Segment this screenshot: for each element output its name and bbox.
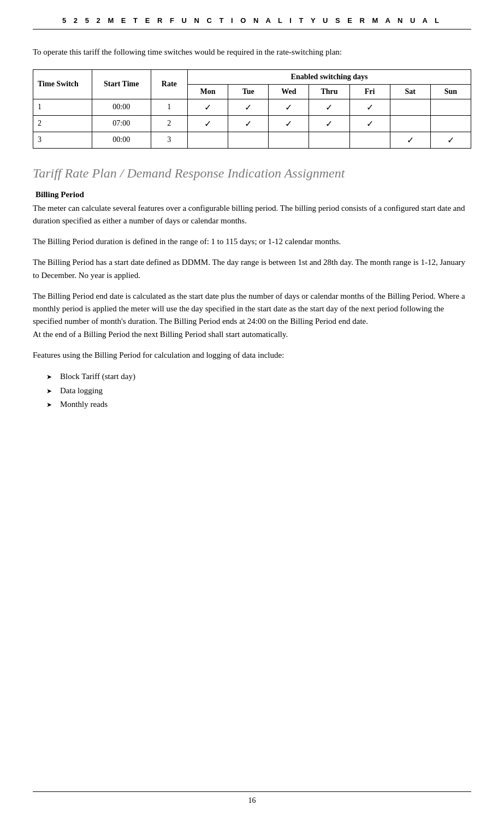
cell-day-2-0 (188, 132, 228, 148)
table-row: 207:002✓✓✓✓✓ (33, 115, 471, 132)
header-title: 5 2 5 2 M E T E R F U N C T I O N A L I … (62, 16, 442, 25)
cell-start-2: 00:00 (92, 132, 151, 148)
checkmark-icon: ✓ (285, 119, 292, 128)
checkmark-icon: ✓ (204, 119, 211, 128)
paragraphs-container: The meter can calculate several features… (33, 202, 471, 362)
cell-day-0-0: ✓ (188, 99, 228, 115)
bullet-item-2: Monthly reads (49, 398, 471, 412)
checkmark-icon: ✓ (285, 103, 292, 112)
cell-day-2-5: ✓ (390, 132, 430, 148)
cell-start-1: 07:00 (92, 115, 151, 132)
cell-day-0-6 (430, 99, 471, 115)
cell-day-2-4 (349, 132, 390, 148)
col-header-tue: Tue (228, 84, 269, 99)
page-footer: 16 (33, 791, 471, 805)
cell-day-2-2 (269, 132, 309, 148)
bullet-item-0: Block Tariff (start day) (49, 370, 471, 384)
cell-day-1-2: ✓ (269, 115, 309, 132)
page-container: 5 2 5 2 M E T E R F U N C T I O N A L I … (0, 0, 504, 816)
paragraph-2: The Billing Period has a start date defi… (33, 256, 471, 282)
cell-day-2-6: ✓ (430, 132, 471, 148)
paragraph-3: The Billing Period end date is calculate… (33, 290, 471, 341)
cell-day-2-3 (309, 132, 349, 148)
col-header-mon: Mon (188, 84, 228, 99)
time-switch-table: Time Switch Start Time Rate Enabled swit… (33, 69, 471, 149)
col-header-fri: Fri (349, 84, 390, 99)
checkmark-icon: ✓ (245, 119, 252, 128)
bullet-list: Block Tariff (start day)Data loggingMont… (49, 370, 471, 412)
cell-day-2-1 (228, 132, 269, 148)
cell-day-1-5 (390, 115, 430, 132)
col-header-sun: Sun (430, 84, 471, 99)
subsection-title: Billing Period (35, 190, 471, 199)
cell-day-1-3: ✓ (309, 115, 349, 132)
cell-day-1-1: ✓ (228, 115, 269, 132)
page-header: 5 2 5 2 M E T E R F U N C T I O N A L I … (33, 16, 471, 29)
checkmark-icon: ✓ (407, 135, 414, 145)
cell-day-1-6 (430, 115, 471, 132)
checkmark-icon: ✓ (245, 103, 252, 112)
cell-rate-1: 2 (151, 115, 187, 132)
cell-switch-1: 2 (33, 115, 92, 132)
cell-switch-2: 3 (33, 132, 92, 148)
checkmark-icon: ✓ (325, 119, 333, 128)
paragraph-0: The meter can calculate several features… (33, 202, 471, 228)
cell-day-0-1: ✓ (228, 99, 269, 115)
checkmark-icon: ✓ (447, 135, 454, 145)
cell-day-1-4: ✓ (349, 115, 390, 132)
col-header-thru: Thru (309, 84, 349, 99)
cell-switch-0: 1 (33, 99, 92, 115)
col-header-rate: Rate (151, 69, 187, 99)
section-title: Tariff Rate Plan / Demand Response Indic… (33, 165, 471, 182)
paragraph-1: The Billing Period duration is defined i… (33, 235, 471, 248)
checkmark-icon: ✓ (204, 103, 211, 112)
cell-day-1-0: ✓ (188, 115, 228, 132)
cell-day-0-3: ✓ (309, 99, 349, 115)
col-header-enabled: Enabled switching days (188, 69, 471, 84)
bullet-item-1: Data logging (49, 384, 471, 398)
col-header-wed: Wed (269, 84, 309, 99)
page-number: 16 (248, 796, 256, 805)
col-header-starttime: Start Time (92, 69, 151, 99)
checkmark-icon: ✓ (366, 103, 373, 112)
intro-text: To operate this tariff the following tim… (33, 46, 471, 58)
cell-day-0-2: ✓ (269, 99, 309, 115)
checkmark-icon: ✓ (325, 103, 333, 112)
cell-day-0-4: ✓ (349, 99, 390, 115)
checkmark-icon: ✓ (366, 119, 373, 128)
col-header-sat: Sat (390, 84, 430, 99)
cell-day-0-5 (390, 99, 430, 115)
cell-rate-0: 1 (151, 99, 187, 115)
table-row: 100:001✓✓✓✓✓ (33, 99, 471, 115)
cell-rate-2: 3 (151, 132, 187, 148)
paragraph-4: Features using the Billing Period for ca… (33, 349, 471, 362)
table-row: 300:003✓✓ (33, 132, 471, 148)
cell-start-0: 00:00 (92, 99, 151, 115)
col-header-timeswitch: Time Switch (33, 69, 92, 99)
